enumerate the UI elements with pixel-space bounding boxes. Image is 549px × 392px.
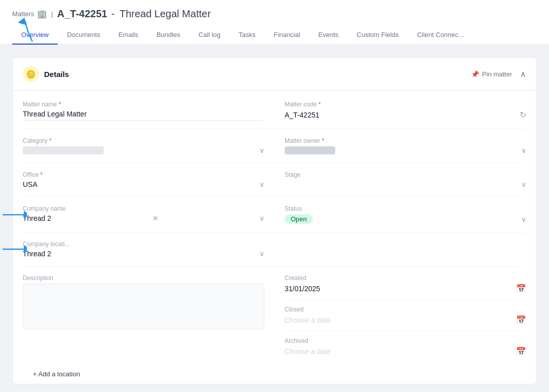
matter-code-label: Matter code *: [285, 101, 526, 108]
card-header: 🪙 Details 📌 Pin matter ∧: [13, 58, 536, 91]
matter-code-title: A_T-42251: [57, 8, 107, 20]
footer-actions: Cancel Save: [12, 388, 537, 392]
form-row-1: Matter name * Thread Legal Matter Matter…: [23, 93, 526, 129]
matter-owner-value-blurred: [285, 146, 335, 154]
matter-owner-chevron[interactable]: ∨: [521, 146, 526, 154]
form-row-3: Office * USA ∨ Stage ∨: [23, 163, 526, 197]
company-name-label: Company name: [23, 205, 264, 212]
archived-label: Archived: [285, 337, 526, 344]
tabs-bar: Overview Documents Emails Bundles Call l…: [12, 26, 537, 45]
created-calendar-icon[interactable]: 📅: [516, 284, 526, 293]
add-location-label: + Add a location: [33, 370, 80, 378]
matter-code-value: A_T-42251: [285, 111, 320, 119]
status-chevron[interactable]: ∨: [521, 215, 526, 223]
tab-custom-fields[interactable]: Custom Fields: [347, 26, 408, 45]
tab-tasks[interactable]: Tasks: [229, 26, 264, 45]
breadcrumb-link[interactable]: Matters: [12, 10, 34, 18]
company-name-chevron[interactable]: ∨: [259, 214, 264, 222]
breadcrumb-row: Matters 🏢 | A_T-42251 -: [12, 8, 537, 20]
add-location-button[interactable]: + Add a location: [23, 364, 526, 384]
category-label: Category *: [23, 137, 264, 144]
category-chevron[interactable]: ∨: [259, 146, 264, 154]
office-value: USA: [23, 180, 37, 188]
form-container: Matter name * Thread Legal Matter Matter…: [13, 91, 536, 384]
status-badge: Open: [285, 214, 313, 224]
details-icon: 🪙: [23, 66, 39, 82]
matter-name-title: - Thread Legal Matter: [111, 8, 211, 20]
created-field: Created 31/01/2025 📅: [285, 275, 526, 300]
company-name-field: Company name Thread 2 ✕ ∨: [23, 197, 274, 232]
matter-code-field: Matter code * A_T-42251 ↻: [274, 93, 526, 129]
created-value: 31/01/2025: [285, 285, 320, 293]
closed-label: Closed: [285, 306, 526, 313]
description-textarea[interactable]: [23, 284, 264, 329]
office-chevron[interactable]: ∨: [259, 180, 264, 188]
office-field: Office * USA ∨: [23, 163, 274, 197]
office-label: Office *: [23, 171, 264, 178]
page-wrapper: Matters 🏢 | A_T-42251 -: [0, 0, 549, 392]
matter-owner-label: Matter owner *: [285, 137, 526, 144]
closed-calendar-icon[interactable]: 📅: [516, 315, 526, 325]
pin-icon: 📌: [471, 70, 479, 78]
company-location-value: Thread 2: [23, 250, 51, 258]
matter-owner-field: Matter owner * ∨: [274, 129, 526, 163]
matter-name-field: Matter name * Thread Legal Matter: [23, 93, 274, 129]
stage-chevron[interactable]: ∨: [521, 180, 526, 188]
tab-calllog[interactable]: Call log: [189, 26, 229, 45]
tab-client-connect[interactable]: Client Connec...: [408, 26, 473, 45]
card-header-right: 📌 Pin matter ∧: [471, 69, 526, 79]
tab-emails[interactable]: Emails: [109, 26, 147, 45]
breadcrumb-separator: |: [51, 10, 53, 18]
tab-events[interactable]: Events: [309, 26, 348, 45]
archived-calendar-icon[interactable]: 📅: [516, 346, 526, 356]
card-header-left: 🪙 Details: [23, 66, 69, 82]
tab-bundles[interactable]: Bundles: [147, 26, 189, 45]
details-card: 🪙 Details 📌 Pin matter ∧ M: [12, 57, 537, 384]
company-location-field: Company locati... Thread 2 ∨: [23, 232, 274, 266]
category-value-blurred: [23, 146, 104, 154]
company-location-label: Company locati...: [23, 241, 264, 248]
company-name-arrow: [2, 207, 27, 222]
archived-field: Archived Choose a date 📅: [285, 337, 526, 362]
company-location-chevron[interactable]: ∨: [259, 250, 264, 258]
collapse-icon[interactable]: ∧: [520, 69, 526, 79]
form-row-6: Description Created 31/01/2025 📅: [23, 266, 526, 364]
arrow-up-annotation: [17, 17, 40, 43]
status-field: Status Open ∨: [274, 197, 526, 232]
description-field: Description: [23, 266, 274, 364]
stage-label: Stage: [285, 171, 526, 178]
matter-name-label: Matter name *: [23, 101, 264, 108]
matter-name-value[interactable]: Thread Legal Matter: [23, 110, 264, 121]
header-arrow-wrapper: Matters 🏢: [12, 9, 47, 19]
page-title: A_T-42251 - Thread Legal Matter: [57, 8, 211, 20]
closed-field: Closed Choose a date 📅: [285, 306, 526, 331]
company-name-value: Thread 2: [23, 214, 51, 222]
stage-field: Stage ∨: [274, 163, 526, 197]
company-location-arrow: [2, 242, 27, 257]
form-row-4: Company name Thread 2 ✕ ∨ Status Open ∨: [23, 197, 526, 232]
created-label: Created: [285, 275, 526, 282]
header: Matters 🏢 | A_T-42251 -: [0, 0, 549, 45]
refresh-icon[interactable]: ↻: [520, 110, 526, 120]
main-content: 🪙 Details 📌 Pin matter ∧ M: [0, 45, 549, 392]
closed-value[interactable]: Choose a date: [285, 316, 331, 324]
status-label: Status: [285, 205, 526, 212]
form-row-2: Category * ∨ Matter owner *: [23, 129, 526, 163]
archived-value[interactable]: Choose a date: [285, 347, 331, 356]
empty-right-field: [274, 232, 526, 266]
card-header-title: Details: [44, 70, 69, 79]
pin-matter-button[interactable]: 📌 Pin matter: [471, 70, 512, 78]
form-row-5: Company locati... Thread 2 ∨: [23, 232, 526, 266]
category-field: Category * ∨: [23, 129, 274, 163]
tab-documents[interactable]: Documents: [58, 26, 109, 45]
dates-column: Created 31/01/2025 📅 Closed Choose a dat…: [274, 266, 526, 364]
tab-financial[interactable]: Financial: [265, 26, 309, 45]
description-label: Description: [23, 275, 264, 282]
company-name-clear[interactable]: ✕: [152, 214, 159, 222]
